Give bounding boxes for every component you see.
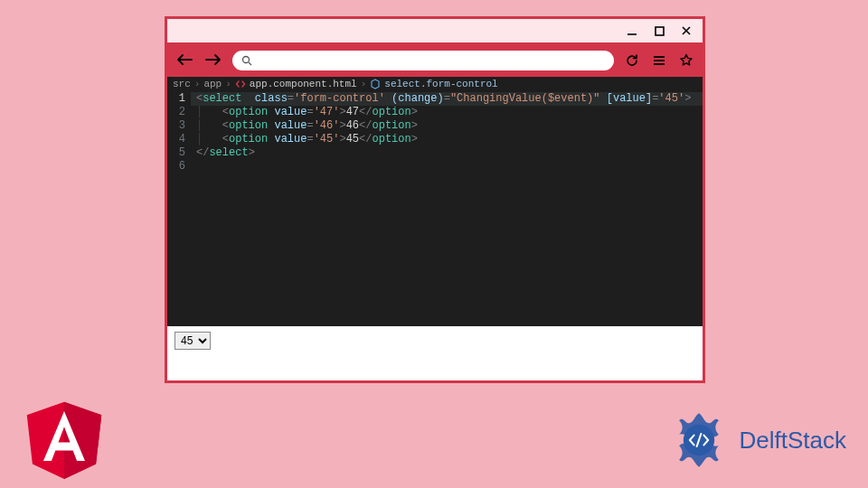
breadcrumb-symbol[interactable]: select.form-control xyxy=(384,79,497,89)
svg-line-5 xyxy=(249,62,251,65)
close-button[interactable] xyxy=(679,23,693,38)
delftstack-logo: DelftStack xyxy=(664,405,847,475)
search-icon xyxy=(241,55,252,66)
output-select[interactable]: 474645 xyxy=(175,332,211,350)
line-number: 5 xyxy=(167,146,185,160)
html-file-icon xyxy=(235,79,246,89)
chevron-right-icon: › xyxy=(225,79,231,89)
close-icon xyxy=(680,24,693,37)
chevron-right-icon: › xyxy=(194,79,201,89)
breadcrumb-part[interactable]: app xyxy=(203,79,222,89)
breadcrumb-part[interactable]: src xyxy=(173,79,191,89)
hamburger-icon xyxy=(652,54,666,67)
line-number: 2 xyxy=(167,106,185,119)
angular-logo xyxy=(25,398,103,481)
window-titlebar xyxy=(167,19,703,44)
line-number: 4 xyxy=(167,133,185,146)
arrow-right-icon xyxy=(205,53,222,66)
rendered-page: 474645 xyxy=(167,326,703,380)
browser-window: src › app › app.component.html › select.… xyxy=(165,16,705,383)
code-area[interactable]: 123456 <select class='form-control' (cha… xyxy=(167,91,703,326)
breadcrumb-file[interactable]: app.component.html xyxy=(250,79,357,89)
forward-button[interactable] xyxy=(203,52,223,70)
star-icon xyxy=(679,53,693,68)
line-number: 6 xyxy=(167,160,185,174)
breadcrumb[interactable]: src › app › app.component.html › select.… xyxy=(167,77,703,91)
svg-point-4 xyxy=(243,57,250,63)
line-number: 1 xyxy=(167,92,185,106)
code-editor: src › app › app.component.html › select.… xyxy=(167,77,703,326)
delftstack-text: DelftStack xyxy=(740,427,847,455)
minimize-icon xyxy=(626,24,638,37)
maximize-button[interactable] xyxy=(652,23,666,38)
menu-button[interactable] xyxy=(650,54,668,67)
back-button[interactable] xyxy=(175,52,194,70)
url-bar[interactable] xyxy=(232,51,614,70)
reload-icon xyxy=(625,53,639,68)
reload-button[interactable] xyxy=(623,53,641,68)
line-number: 3 xyxy=(167,119,185,133)
delftstack-badge-icon xyxy=(664,405,734,475)
maximize-icon xyxy=(654,25,665,37)
minimize-button[interactable] xyxy=(625,23,639,38)
line-gutter: 123456 xyxy=(167,91,191,326)
code-content[interactable]: <select class='form-control' (change)="C… xyxy=(191,91,703,326)
symbol-icon xyxy=(370,79,381,89)
browser-toolbar xyxy=(167,44,703,77)
svg-rect-1 xyxy=(656,27,664,35)
bookmark-button[interactable] xyxy=(677,53,695,68)
chevron-right-icon: › xyxy=(361,79,367,89)
arrow-left-icon xyxy=(176,53,193,66)
